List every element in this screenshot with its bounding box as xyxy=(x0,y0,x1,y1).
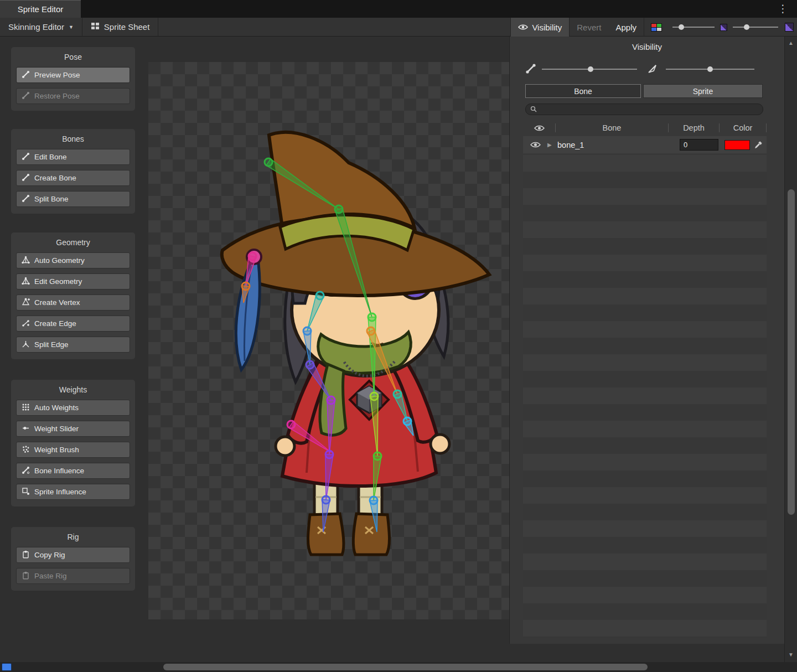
split-bone-icon xyxy=(22,194,30,204)
alpha-slider[interactable] xyxy=(672,23,715,31)
apply-button[interactable]: Apply xyxy=(608,18,644,37)
column-header-depth: Depth xyxy=(668,123,719,132)
paste-rig-button[interactable]: Paste Rig xyxy=(16,568,130,584)
group-title: Rig xyxy=(16,533,130,541)
split-edge-button[interactable]: Split Edge xyxy=(16,337,130,353)
mesh-opacity-icon xyxy=(647,63,658,76)
visibility-toggle-button[interactable]: Visibility xyxy=(510,18,570,37)
button-label: Auto Weights xyxy=(34,404,79,412)
vertical-scrollbar-thumb[interactable] xyxy=(788,189,795,515)
button-label: Create Bone xyxy=(34,174,76,182)
create-edge-icon xyxy=(22,319,30,329)
bone-color-swatch[interactable] xyxy=(724,140,750,150)
bone-influence-button[interactable]: Bone Influence xyxy=(16,463,130,479)
eye-icon[interactable] xyxy=(523,125,555,132)
tab-sprite-editor[interactable]: Sprite Editor xyxy=(0,0,81,18)
visibility-search-input[interactable] xyxy=(540,105,758,113)
tab-bone-label: Bone xyxy=(574,87,592,96)
button-label: Edit Geometry xyxy=(34,277,82,286)
auto-geometry-icon xyxy=(22,256,30,266)
button-label: Sprite Influence xyxy=(34,488,86,496)
preview-pose-icon xyxy=(22,70,30,80)
column-header-bone: Bone xyxy=(555,123,668,132)
character-sprite xyxy=(148,62,509,619)
slider-thumb[interactable] xyxy=(588,66,593,72)
toolbar-right: Visibility Revert Apply xyxy=(510,18,797,37)
slider-thumb[interactable] xyxy=(679,24,684,30)
create-vertex-icon xyxy=(22,298,30,308)
auto-weights-button[interactable]: Auto Weights xyxy=(16,400,130,416)
bone-opacity-slider[interactable] xyxy=(542,65,637,73)
slider-track xyxy=(733,27,778,28)
weight-slider-button[interactable]: Weight Slider xyxy=(16,421,130,437)
sprite-influence-button[interactable]: Sprite Influence xyxy=(16,484,130,500)
horizontal-scrollbar-thumb[interactable] xyxy=(163,664,648,670)
button-label: Create Edge xyxy=(34,319,76,328)
bone-depth-input[interactable] xyxy=(680,139,718,151)
brightness-slider[interactable] xyxy=(733,23,778,31)
sprite-sheet-button[interactable]: Sprite Sheet xyxy=(82,18,159,36)
copy-rig-button[interactable]: Copy Rig xyxy=(16,547,130,563)
create-edge-button[interactable]: Create Edge xyxy=(16,316,130,332)
chevron-down-icon: ▼ xyxy=(69,24,74,30)
visibility-panel: Visibility Bone Sprite Bone Depth Color … xyxy=(509,37,784,644)
edit-geometry-button[interactable]: Edit Geometry xyxy=(16,273,130,290)
auto-geometry-button[interactable]: Auto Geometry xyxy=(16,252,130,268)
split-bone-button[interactable]: Split Bone xyxy=(16,191,130,207)
create-bone-button[interactable]: Create Bone xyxy=(16,170,130,186)
weights-group: Weights Auto Weights Weight Slider Weigh… xyxy=(11,380,135,506)
revert-button[interactable]: Revert xyxy=(570,18,608,37)
brightness-swatch[interactable] xyxy=(785,23,794,32)
fold-arrow-icon[interactable]: ▶ xyxy=(547,142,557,148)
skinning-editor-dropdown[interactable]: Skinning Editor ▼ xyxy=(0,18,82,36)
color-channels-icon[interactable] xyxy=(651,23,662,32)
weight-brush-button[interactable]: Weight Brush xyxy=(16,442,130,458)
bone-name: bone_1 xyxy=(557,141,680,149)
sprite-canvas[interactable] xyxy=(148,62,509,619)
button-label: Create Vertex xyxy=(34,298,80,307)
button-label: Preview Pose xyxy=(34,71,80,79)
edit-bone-button[interactable]: Edit Bone xyxy=(16,149,130,165)
scroll-down-arrow[interactable]: ▼ xyxy=(785,652,797,658)
button-label: Weight Brush xyxy=(34,446,79,454)
horizontal-scrollbar[interactable] xyxy=(0,662,797,672)
pose-group: Pose Preview Pose Restore Pose xyxy=(11,47,135,111)
group-title: Weights xyxy=(16,385,130,394)
tab-bone[interactable]: Bone xyxy=(525,84,641,98)
window-title: Sprite Editor xyxy=(18,4,64,14)
group-title: Bones xyxy=(16,135,130,143)
alpha-swatch[interactable] xyxy=(720,24,727,31)
scroll-up-arrow[interactable]: ▲ xyxy=(785,40,797,46)
sprite-influence-icon xyxy=(22,487,30,497)
slider-thumb[interactable] xyxy=(744,24,749,30)
create-vertex-button[interactable]: Create Vertex xyxy=(16,294,130,311)
tab-sprite-label: Sprite xyxy=(693,87,713,96)
preview-pose-button[interactable]: Preview Pose xyxy=(16,67,130,83)
button-label: Weight Slider xyxy=(34,425,79,433)
split-edge-icon xyxy=(22,340,30,350)
title-bar: Sprite Editor ⋮ xyxy=(0,0,797,18)
window-menu-icon[interactable]: ⋮ xyxy=(778,2,788,15)
vertical-scrollbar[interactable]: ▲ ▼ xyxy=(784,37,797,662)
restore-pose-button[interactable]: Restore Pose xyxy=(16,88,130,104)
search-icon xyxy=(530,105,537,114)
edit-bone-icon xyxy=(22,152,30,162)
eyedropper-icon[interactable] xyxy=(750,141,767,149)
visibility-panel-title: Visibility xyxy=(510,42,784,51)
bone-table-header: Bone Depth Color xyxy=(523,121,767,135)
paste-rig-icon xyxy=(22,571,30,581)
bones-group: Bones Edit Bone Create Bone Split Bone xyxy=(11,129,135,214)
scroll-corner-icon[interactable] xyxy=(2,663,12,671)
button-label: Split Edge xyxy=(34,340,69,349)
bone-opacity-icon xyxy=(525,63,536,76)
bone-row[interactable]: ▶ bone_1 xyxy=(523,136,767,153)
slider-thumb[interactable] xyxy=(707,66,713,72)
button-label: Bone Influence xyxy=(34,467,84,475)
geometry-group: Geometry Auto Geometry Edit Geometry Cre… xyxy=(11,232,135,359)
copy-rig-icon xyxy=(22,550,30,560)
tab-sprite[interactable]: Sprite xyxy=(643,84,763,98)
create-bone-icon xyxy=(22,173,30,183)
mesh-opacity-slider[interactable] xyxy=(666,65,754,73)
eye-icon[interactable] xyxy=(523,141,547,148)
visibility-search[interactable] xyxy=(525,104,763,115)
